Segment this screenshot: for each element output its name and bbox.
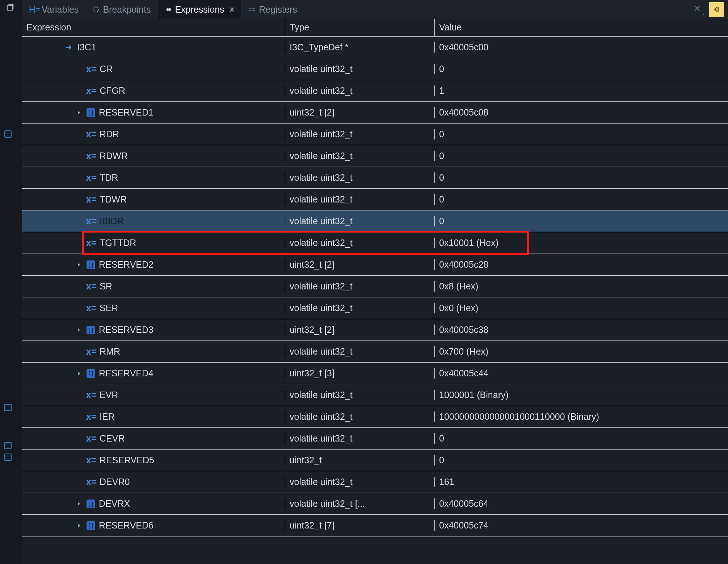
editor-gutter <box>0 0 22 564</box>
expression-value[interactable]: 0 <box>435 216 728 226</box>
table-row[interactable]: x=CEVRvolatile uint32_t0 <box>22 428 728 450</box>
expression-value[interactable]: 1000000000000001000110000 (Binary) <box>435 411 728 422</box>
expression-type: uint32_t [2] <box>285 325 435 335</box>
close-icon[interactable]: × <box>230 4 235 15</box>
expression-value[interactable]: 0 <box>435 64 728 74</box>
tab-breakpoints[interactable]: Breakpoints <box>85 0 157 19</box>
column-header-type[interactable]: Type <box>285 19 435 36</box>
expression-value[interactable]: 0x10001 (Hex) <box>435 238 728 248</box>
svg-marker-10 <box>78 263 80 267</box>
table-row[interactable]: [ ]RESERVED6uint32_t [7]0x40005c74 <box>22 515 728 536</box>
column-header-expression[interactable]: Expression <box>22 19 285 36</box>
variable-icon: x= <box>87 456 96 465</box>
expression-value[interactable]: 0x40005c44 <box>435 368 728 379</box>
table-row[interactable]: x=RDRvolatile uint32_t0 <box>22 124 728 145</box>
expression-type: uint32_t [7] <box>285 520 435 531</box>
expression-value[interactable]: 0x40005c00 <box>435 42 728 53</box>
expression-value[interactable]: 0 <box>435 194 728 205</box>
expression-value[interactable]: 0x40005c28 <box>435 259 728 270</box>
tab-label: Breakpoints <box>103 4 151 15</box>
expand-twisty-icon[interactable] <box>75 523 83 528</box>
expressions-icon: •• <box>164 5 172 13</box>
variable-icon: x= <box>87 434 96 443</box>
expression-value[interactable]: 0 <box>435 433 728 444</box>
expression-type: uint32_t [3] <box>285 368 435 379</box>
expression-value[interactable]: 0x40005c38 <box>435 325 728 335</box>
expression-value[interactable]: 0x700 (Hex) <box>435 346 728 357</box>
expand-twisty-icon[interactable] <box>75 110 83 115</box>
expression-name: RESERVED6 <box>99 520 153 531</box>
table-row[interactable]: [ ]RESERVED3uint32_t [2]0x40005c38 <box>22 319 728 341</box>
breakpoints-icon <box>92 5 100 13</box>
pointer-icon <box>64 43 73 52</box>
tab-variables[interactable]: H= Variables <box>24 0 85 19</box>
table-row[interactable]: x=RESERVED5uint32_t0 <box>22 450 728 471</box>
expression-value[interactable]: 1000001 (Binary) <box>435 390 728 400</box>
expression-type: volatile uint32_t <box>285 64 435 74</box>
expression-value[interactable]: 0 <box>435 455 728 465</box>
expression-name: CEVR <box>100 433 125 444</box>
expression-value[interactable]: 0x40005c08 <box>435 107 728 118</box>
expression-value[interactable]: 0x0 (Hex) <box>435 303 728 313</box>
table-row[interactable]: [ ]RESERVED2uint32_t [2]0x40005c28 <box>22 254 728 276</box>
tab-expressions[interactable]: •• Expressions × <box>157 0 241 19</box>
expression-type: volatile uint32_t <box>285 346 435 357</box>
breakpoint-marker-icon[interactable] <box>4 442 12 449</box>
table-row[interactable]: x=SERvolatile uint32_t0x0 (Hex) <box>22 297 728 319</box>
variable-icon: x= <box>87 304 96 313</box>
expression-value[interactable]: 161 <box>435 477 728 487</box>
expand-twisty-icon[interactable] <box>75 371 83 376</box>
table-row[interactable]: x=DEVR0volatile uint32_t161 <box>22 471 728 493</box>
array-icon: [ ] <box>87 260 95 269</box>
expression-name: RMR <box>100 346 120 357</box>
expression-type: volatile uint32_t <box>285 411 435 422</box>
table-row[interactable]: x=RMRvolatile uint32_t0x700 (Hex) <box>22 341 728 363</box>
expression-value[interactable]: 0 <box>435 151 728 161</box>
expression-name: TDR <box>100 172 118 183</box>
expression-value[interactable]: 0x8 (Hex) <box>435 281 728 292</box>
svg-marker-12 <box>78 372 80 375</box>
table-row[interactable]: x=RDWRvolatile uint32_t0 <box>22 145 728 167</box>
table-row[interactable]: [ ]RESERVED1uint32_t [2]0x40005c08 <box>22 102 728 124</box>
expression-name: I3C1 <box>77 42 96 53</box>
expression-name: IBIDR <box>100 216 124 226</box>
clear-icon[interactable]: • <box>693 4 702 15</box>
breakpoint-marker-icon[interactable] <box>4 404 12 411</box>
array-icon: [ ] <box>87 369 95 378</box>
column-header-value[interactable]: Value <box>435 19 728 36</box>
table-row[interactable]: [ ]DEVRXvolatile uint32_t [...0x40005c64 <box>22 493 728 515</box>
svg-rect-2 <box>249 8 251 9</box>
expression-type: uint32_t <box>285 455 435 465</box>
breakpoint-marker-icon[interactable] <box>4 130 12 138</box>
expression-value[interactable]: 1 <box>435 85 728 96</box>
expand-twisty-icon[interactable] <box>75 263 83 267</box>
table-row[interactable]: [ ]RESERVED4uint32_t [3]0x40005c44 <box>22 363 728 384</box>
svg-marker-13 <box>78 502 80 506</box>
table-row[interactable]: x=TDWRvolatile uint32_t0 <box>22 189 728 210</box>
expression-value[interactable]: 0 <box>435 129 728 139</box>
expression-value[interactable]: 0x40005c64 <box>435 498 728 509</box>
table-row[interactable]: x=CFGRvolatile uint32_t1 <box>22 80 728 102</box>
breakpoint-marker-icon[interactable] <box>4 454 12 461</box>
expression-type: volatile uint32_t <box>285 238 435 248</box>
svg-marker-11 <box>78 328 80 332</box>
table-row[interactable]: x=IBIDRvolatile uint32_t0 <box>22 210 728 232</box>
table-row[interactable]: x=SRvolatile uint32_t0x8 (Hex) <box>22 276 728 297</box>
tab-registers[interactable]: Registers <box>241 0 304 19</box>
table-row[interactable]: x=IERvolatile uint32_t100000000000000100… <box>22 406 728 428</box>
table-row[interactable]: x=TGTTDRvolatile uint32_t0x10001 (Hex) <box>22 232 728 254</box>
expression-value[interactable]: 0 <box>435 172 728 183</box>
expression-value[interactable]: 0x40005c74 <box>435 520 728 531</box>
expression-type: volatile uint32_t <box>285 216 435 226</box>
expand-twisty-icon[interactable] <box>75 502 83 506</box>
table-row[interactable]: x=EVRvolatile uint32_t1000001 (Binary) <box>22 384 728 406</box>
table-row[interactable]: x=CRvolatile uint32_t0 <box>22 58 728 80</box>
collapse-panel-icon[interactable] <box>709 2 724 17</box>
expression-type: uint32_t [2] <box>285 107 435 118</box>
table-row[interactable]: x=TDRvolatile uint32_t0 <box>22 167 728 189</box>
expand-twisty-icon[interactable] <box>75 328 83 332</box>
expression-type: volatile uint32_t <box>285 129 435 139</box>
restore-window-icon[interactable] <box>5 2 15 12</box>
table-row[interactable]: I3C1I3C_TypeDef *0x40005c00 <box>22 37 728 58</box>
svg-marker-9 <box>78 111 80 114</box>
